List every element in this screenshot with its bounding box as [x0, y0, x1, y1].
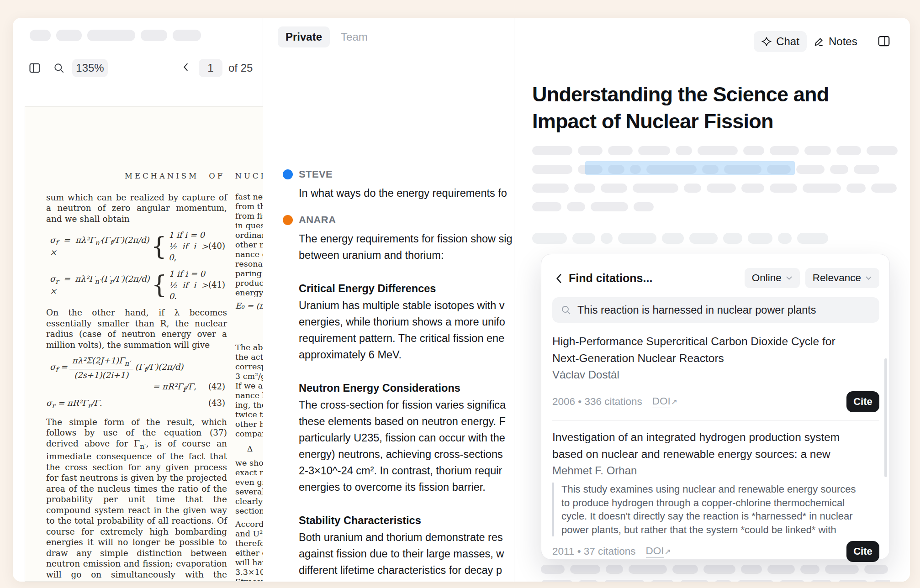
chat-message: STEVE In what ways do the energy require…	[283, 168, 514, 201]
source-filter-value: Online	[752, 272, 782, 284]
result-meta: 2006 • 336 citations	[552, 396, 642, 408]
answer-section: Neutron Energy Considerations The cross-…	[299, 380, 514, 495]
paper-left-column: sum which can be realized by capture of …	[46, 192, 227, 582]
section-heading: Neutron Energy Considerations	[299, 380, 514, 397]
doi-link[interactable]: DOI	[646, 545, 664, 558]
external-link-icon: ↗	[665, 547, 671, 556]
answer-section: Critical Energy Differences Uranium has …	[299, 280, 514, 363]
previous-page-icon[interactable]	[181, 62, 191, 74]
chat-button-label: Chat	[776, 35, 799, 48]
external-link-icon: ↗	[671, 397, 677, 407]
document-panel: Chat Notes Understanding the Science and…	[514, 18, 910, 582]
sort-filter-dropdown[interactable]: Relevance	[805, 268, 879, 288]
pdf-page[interactable]: MECHANISM OF NUCLEAR sum which can be re…	[25, 106, 263, 582]
app-window: 135% 1 of 25 MECHANISM OF NUCLEAR sum wh…	[13, 18, 910, 582]
text-selection-highlight	[585, 161, 795, 175]
assistant-avatar-dot	[283, 215, 293, 225]
section-text: The cross-section for fission varies sig…	[299, 397, 514, 495]
pdf-toolbar: 135% 1 of 25	[13, 58, 263, 78]
chat-thread[interactable]: STEVE In what ways do the energy require…	[283, 168, 514, 578]
paper-right-column: fast neutrofrom the befrom fissionin que…	[235, 192, 263, 582]
document-title: Understanding the Science and Impact of …	[532, 81, 829, 135]
section-heading: Critical Energy Differences	[299, 280, 514, 297]
search-icon	[560, 304, 571, 315]
message-text: In what ways do the energy requirements …	[299, 185, 514, 201]
top-actions: Chat Notes	[514, 18, 910, 63]
message-author: ANARA	[299, 214, 336, 226]
paper-paragraph: On the other hand, if λ becomes essentia…	[46, 307, 227, 350]
notes-button-label: Notes	[829, 35, 857, 48]
result-divider	[552, 420, 879, 421]
sidebar-toggle-icon[interactable]	[28, 62, 41, 74]
cite-button[interactable]: Cite	[846, 541, 879, 562]
document-text-skeleton	[532, 146, 898, 155]
chat-visibility-tabs: Private Team	[278, 26, 368, 47]
chat-message: ANARA The energy requirements for fissio…	[283, 213, 514, 263]
side-panel-toggle-icon[interactable]	[877, 34, 891, 48]
paper-running-head: MECHANISM OF NUCLEAR	[125, 172, 263, 180]
notes-button[interactable]: Notes	[814, 31, 857, 52]
result-quote: This study examines using nuclear and re…	[552, 483, 879, 536]
citation-result[interactable]: Investigation of an integrated hydrogen …	[552, 429, 879, 562]
paper-paragraph: sum which can be realized by capture of …	[46, 192, 227, 224]
message-text: The energy requirements for fission show…	[299, 231, 514, 263]
tab-private[interactable]: Private	[278, 26, 330, 47]
user-avatar-dot	[283, 169, 293, 179]
popup-header: Find citations... Online Relevance	[553, 268, 879, 288]
section-text: Both uranium and thorium demonstrate res…	[299, 529, 514, 578]
citation-result[interactable]: High-Performance Supercritical Carbon Di…	[552, 333, 879, 412]
chevron-down-icon	[865, 276, 872, 280]
popup-title: Find citations...	[569, 272, 652, 285]
chat-panel: Private Team STEVE In what ways do the e…	[263, 18, 514, 582]
result-author: Václav Dostál	[552, 368, 879, 381]
pdf-panel: 135% 1 of 25 MECHANISM OF NUCLEAR sum wh…	[13, 18, 263, 582]
sort-filter-value: Relevance	[813, 272, 861, 284]
paper-equation-42b: = πR²Γf/Γ, (42)	[46, 382, 227, 394]
document-text-skeleton	[532, 184, 897, 193]
tab-team[interactable]: Team	[341, 31, 368, 43]
paper-equation-43: σr = πR²Γr/Γ. (43)	[46, 398, 227, 410]
zoom-level-badge[interactable]: 135%	[72, 59, 108, 77]
result-title: High-Performance Supercritical Carbon Di…	[552, 333, 879, 367]
document-text-skeleton	[541, 580, 890, 582]
result-meta: 2011 • 37 citations	[552, 546, 636, 557]
result-author: Mehmet F. Orhan	[552, 464, 879, 477]
section-heading: Stability Characteristics	[299, 512, 514, 529]
paper-paragraph: The simple form of the result, which fol…	[46, 417, 227, 582]
sparkle-icon	[761, 36, 772, 47]
popup-scrollbar[interactable]	[884, 358, 887, 477]
search-query: This reaction is harnessed in nuclear po…	[577, 304, 816, 316]
page-number-input[interactable]: 1	[199, 59, 222, 77]
paper-equation-41: σr = πλ²Γn′(Γr/Γ)(2π/d) × { 1 if i = 0 ½…	[50, 268, 227, 302]
page-count-label: of 25	[228, 62, 253, 74]
section-text: Uranium has multiple stable isotopes wit…	[299, 297, 514, 363]
answer-section: Stability Characteristics Both uranium a…	[299, 512, 514, 578]
cite-button[interactable]: Cite	[846, 391, 879, 412]
paper-equation-40: σf = πλ²Γn′(Γf/Γ)(2π/d) × { 1 if i = 0 ½…	[50, 230, 227, 263]
document-text-skeleton	[541, 565, 890, 574]
search-icon[interactable]	[53, 62, 65, 74]
chat-button[interactable]: Chat	[754, 31, 807, 52]
find-citations-popup: Find citations... Online Relevance This …	[541, 254, 890, 560]
paper-equation-42: σf = πλ²Σ(2J+1)Γn′ (2s+1)(2i+1) (Γf/Γ)(2…	[50, 356, 227, 381]
document-chip-skeleton	[532, 233, 828, 244]
source-filter-dropdown[interactable]: Online	[745, 268, 800, 288]
doi-link[interactable]: DOI	[652, 395, 671, 408]
document-text-skeleton	[532, 202, 654, 211]
message-author: STEVE	[299, 168, 333, 180]
pdf-breadcrumb-skeleton	[30, 30, 201, 41]
back-icon[interactable]	[553, 272, 565, 284]
pencil-icon	[814, 36, 825, 47]
citation-search-input[interactable]: This reaction is harnessed in nuclear po…	[552, 297, 879, 323]
chevron-down-icon	[786, 276, 793, 280]
result-title: Investigation of an integrated hydrogen …	[552, 429, 879, 462]
